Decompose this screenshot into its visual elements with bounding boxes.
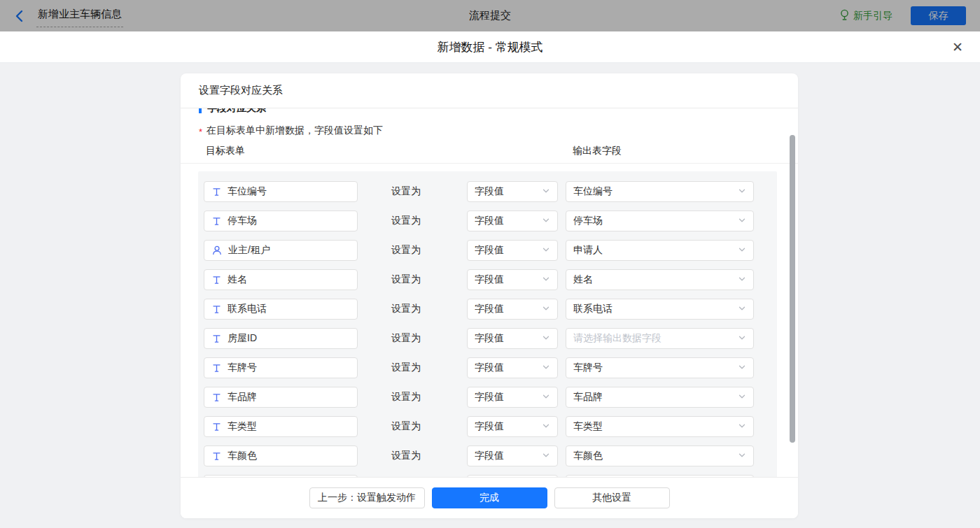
output-field-select[interactable]: 车品牌 — [566, 387, 754, 408]
target-field-box[interactable] — [204, 475, 358, 477]
prev-step-button[interactable]: 上一步：设置触发动作 — [309, 487, 425, 508]
value-type-select[interactable]: 字段值 — [467, 387, 558, 408]
output-field-select[interactable]: 姓名 — [566, 269, 754, 290]
member-icon — [211, 245, 223, 256]
novice-guide-link[interactable]: 新手引导 — [839, 9, 892, 23]
target-field-box[interactable]: 车品牌 — [204, 387, 358, 408]
target-field-box[interactable]: 房屋ID — [204, 328, 358, 349]
chevron-down-icon — [542, 362, 550, 373]
output-field-select[interactable]: 车牌号 — [566, 357, 754, 378]
target-field-box[interactable]: 停车场 — [204, 211, 358, 231]
output-field-select[interactable] — [566, 475, 754, 477]
instruction-line: * 在目标表单中新增数据，字段值设置如下 — [199, 124, 798, 138]
text-field-icon — [211, 422, 222, 432]
target-field-label: 姓名 — [227, 273, 247, 286]
target-field-box[interactable]: 车类型 — [204, 416, 358, 437]
mapping-row: 车颜色 设置为 字段值 车颜色 — [204, 445, 771, 466]
instruction-text: 在目标表单中新增数据，字段值设置如下 — [206, 124, 383, 137]
target-field-label: 车颜色 — [227, 450, 257, 462]
chevron-down-icon — [542, 186, 550, 197]
value-type-select[interactable]: 字段值 — [467, 211, 558, 231]
output-field-select[interactable]: 请选择输出数据字段 — [566, 328, 754, 349]
output-field-select[interactable]: 停车场 — [566, 211, 754, 231]
card-footer: 上一步：设置触发动作 完成 其他设置 — [181, 477, 798, 518]
output-field-select[interactable]: 车颜色 — [566, 445, 754, 466]
relation-label: 设置为 — [391, 185, 422, 198]
value-type-select[interactable]: 字段值 — [467, 299, 558, 320]
target-field-label: 车品牌 — [227, 391, 257, 404]
value-type-select[interactable]: 字段值 — [467, 269, 558, 290]
value-type-select[interactable]: 字段值 — [467, 328, 558, 349]
value-type-value: 字段值 — [475, 303, 504, 315]
value-type-select[interactable]: 字段值 — [467, 240, 558, 261]
target-field-label: 车牌号 — [227, 362, 257, 374]
target-field-box[interactable]: 联系电话 — [204, 299, 358, 320]
chevron-down-icon — [738, 362, 746, 373]
chevron-down-icon — [738, 304, 746, 315]
target-field-box[interactable]: 姓名 — [204, 269, 358, 290]
chevron-down-icon — [738, 215, 746, 227]
done-button[interactable]: 完成 — [432, 487, 547, 508]
output-field-select[interactable]: 车位编号 — [566, 181, 754, 202]
target-field-label: 联系电话 — [227, 303, 267, 315]
other-settings-button[interactable]: 其他设置 — [554, 487, 670, 508]
chevron-down-icon — [542, 450, 550, 462]
output-field-value: 姓名 — [573, 273, 593, 286]
chevron-down-icon — [542, 392, 550, 403]
target-field-label: 车位编号 — [227, 185, 267, 198]
scrollbar-thumb[interactable] — [790, 135, 795, 443]
output-field-value: 车类型 — [573, 420, 603, 433]
value-type-select[interactable] — [467, 475, 558, 477]
page-title: 流程提交 — [0, 9, 980, 22]
chevron-down-icon — [738, 333, 746, 344]
chevron-down-icon — [738, 421, 746, 432]
value-type-select[interactable]: 字段值 — [467, 416, 558, 437]
target-field-box[interactable]: 车牌号 — [204, 357, 358, 378]
mapping-row: 车牌号 设置为 字段值 车牌号 — [204, 357, 771, 378]
output-field-select[interactable]: 申请人 — [566, 240, 754, 261]
card-title: 设置字段对应关系 — [181, 73, 798, 108]
value-type-select[interactable]: 字段值 — [467, 445, 558, 466]
output-field-value: 车颜色 — [573, 450, 603, 462]
mapping-row: 车品牌 设置为 字段值 车品牌 — [204, 387, 771, 408]
output-field-select[interactable]: 联系电话 — [566, 299, 754, 320]
value-type-select[interactable]: 字段值 — [467, 181, 558, 202]
relation-label: 设置为 — [391, 244, 422, 257]
output-field-select[interactable]: 车类型 — [566, 416, 754, 437]
relation-label: 设置为 — [391, 420, 422, 433]
mapping-row — [204, 475, 771, 477]
back-chevron-icon[interactable] — [14, 10, 25, 22]
modal-header: 新增数据 - 常规模式 ✕ — [0, 31, 980, 63]
clipped-section-heading: 字段对应关系 — [199, 108, 798, 115]
relation-label: 设置为 — [391, 273, 422, 286]
text-field-icon — [211, 451, 222, 462]
mapping-row: 停车场 设置为 字段值 停车场 — [204, 211, 771, 231]
value-type-value: 字段值 — [475, 362, 504, 374]
chevron-down-icon — [542, 333, 550, 344]
chevron-down-icon — [542, 215, 550, 227]
target-field-box[interactable]: 车位编号 — [204, 181, 358, 202]
target-field-box[interactable]: 业主/租户 — [204, 240, 358, 261]
close-icon[interactable]: ✕ — [952, 41, 963, 54]
relation-label: 设置为 — [391, 332, 422, 345]
save-button[interactable]: 保存 — [911, 6, 966, 25]
value-type-value: 字段值 — [475, 332, 504, 345]
target-field-box[interactable]: 车颜色 — [204, 445, 358, 466]
target-field-label: 车类型 — [227, 420, 257, 433]
value-type-select[interactable]: 字段值 — [467, 357, 558, 378]
output-field-value: 车位编号 — [573, 185, 612, 198]
value-type-value: 字段值 — [475, 185, 504, 198]
mapping-rows-panel: 车位编号 设置为 字段值 车位编号 停车场 设置为 字段值 — [198, 171, 777, 477]
text-field-icon — [211, 216, 222, 227]
mapping-row: 车类型 设置为 字段值 车类型 — [204, 416, 771, 437]
chevron-down-icon — [542, 245, 550, 256]
text-field-icon — [211, 304, 222, 315]
mapping-row: 联系电话 设置为 字段值 联系电话 — [204, 299, 771, 320]
column-headers: 目标表单 输出表字段 — [181, 145, 798, 159]
chevron-down-icon — [738, 274, 746, 285]
field-mapping-card: 设置字段对应关系 字段对应关系 * 在目标表单中新增数据，字段值设置如下 目标表… — [181, 73, 798, 518]
process-name-title[interactable]: 新增业主车辆信息 — [36, 5, 123, 27]
value-type-value: 字段值 — [475, 244, 504, 257]
relation-label: 设置为 — [391, 215, 422, 227]
chevron-down-icon — [542, 421, 550, 432]
